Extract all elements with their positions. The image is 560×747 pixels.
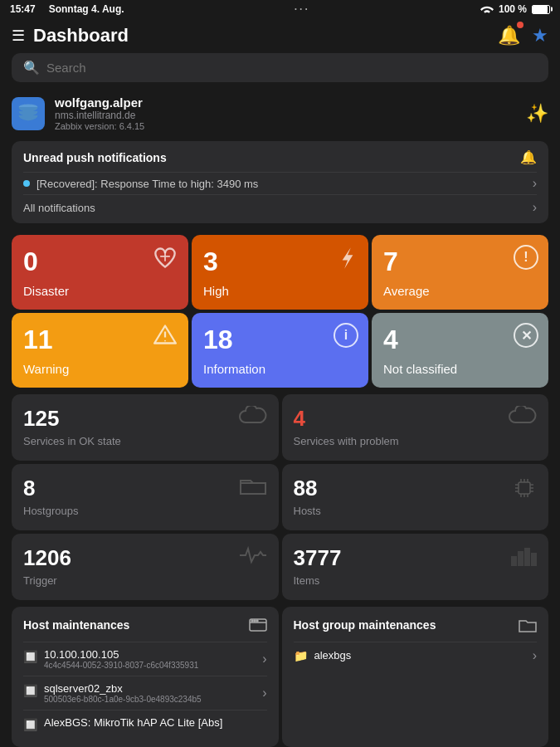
maintenance-grid: Host maintenances 🔲 10.100.100.105 4c4c4… (0, 603, 560, 747)
problem-services-label: Services with problem (294, 435, 399, 447)
trigger-label: Trigger (23, 574, 71, 587)
svg-rect-6 (519, 482, 530, 494)
host-chip-icon-0: 🔲 (23, 650, 37, 663)
host-id-0: 4c4c4544-0052-3910-8037-c6c04f335931 (44, 661, 198, 670)
star-button[interactable]: ★ (532, 25, 548, 46)
svg-rect-19 (512, 557, 516, 565)
search-input[interactable] (46, 61, 537, 75)
host-item-chevron-1: › (262, 686, 266, 701)
all-notifications-label: All notifications (23, 202, 95, 214)
hostgroups-count: 8 (23, 476, 78, 501)
svg-rect-21 (525, 549, 529, 565)
svg-point-4 (164, 340, 166, 342)
all-notif-chevron-icon: › (533, 200, 537, 215)
bell-badge (517, 22, 523, 28)
menu-icon[interactable]: ☰ (12, 27, 25, 45)
tile-average[interactable]: 7 Average ! (372, 235, 548, 310)
alert-tiles-grid: 0 Disaster 3 High 7 Average ! 11 Warning (0, 232, 560, 391)
time: 15:47 (10, 3, 36, 15)
host-maintenances-title: Host maintenances (23, 618, 129, 632)
bell-button[interactable]: 🔔 (498, 25, 520, 46)
wifi-status-icon (480, 4, 494, 14)
cloud-icon-ok (239, 406, 267, 431)
high-label: High (203, 284, 357, 298)
hosts-label: Hosts (294, 505, 321, 517)
chevron-right-icon: › (533, 176, 537, 191)
battery-level: 100 % (499, 3, 527, 15)
hostgroup-maintenances-card: Host group maintenances 📁 alexbgs › (282, 607, 549, 747)
date: Sonntag 4. Aug. (49, 3, 124, 15)
tile-disaster[interactable]: 0 Disaster (12, 235, 188, 310)
info-icon: i (334, 323, 358, 348)
stat-problem-services[interactable]: 4 Services with problem (282, 394, 549, 461)
username: wolfgang.alper (55, 95, 144, 110)
all-notifications-link[interactable]: All notifications › (23, 194, 537, 215)
group-folder-icon-0: 📁 (294, 649, 308, 662)
trigger-count: 1206 (23, 545, 71, 571)
maintenance-host-item-0[interactable]: 🔲 10.100.100.105 4c4c4544-0052-3910-8037… (23, 642, 267, 676)
stat-ok-services[interactable]: 125 Services in OK state (12, 394, 279, 461)
cloud-icon-problem (509, 406, 537, 431)
folder-icon (239, 476, 267, 501)
hosts-count: 88 (294, 476, 321, 501)
magic-wand-icon[interactable]: ✨ (526, 103, 548, 124)
not-classified-label: Not classified (383, 362, 537, 376)
stats-grid: 125 Services in OK state 4 Services with… (0, 391, 560, 603)
svg-point-26 (254, 620, 256, 622)
stat-trigger[interactable]: 1206 Trigger (12, 534, 279, 600)
bar-chart-icon (510, 545, 537, 572)
search-bar[interactable]: 🔍 (12, 53, 548, 82)
bolt-icon (338, 247, 357, 276)
stat-hostgroups[interactable]: 8 Hostgroups (12, 464, 279, 530)
app-header: ☰ Dashboard 🔔 ★ (0, 18, 560, 53)
search-icon: 🔍 (23, 60, 40, 76)
maintenance-host-item-2[interactable]: 🔲 AlexBGS: MikroTik hAP AC Lite [Abs] (23, 710, 267, 737)
svg-rect-20 (519, 552, 523, 565)
group-name-0: alexbgs (314, 649, 352, 662)
tile-warning[interactable]: 11 Warning (12, 313, 188, 388)
stat-hosts[interactable]: 88 Hosts (282, 464, 549, 530)
tile-high[interactable]: 3 High (192, 235, 368, 310)
heart-icon (153, 247, 177, 274)
information-label: Information (203, 362, 357, 376)
items-count: 3777 (294, 545, 342, 571)
dots-menu: ··· (295, 3, 310, 15)
notification-text: [Recovered]: Response Time to high: 3490… (37, 178, 258, 190)
tile-information[interactable]: 18 Information i (192, 313, 368, 388)
average-label: Average (383, 284, 537, 298)
maintenance-group-item-0[interactable]: 📁 alexbgs › (294, 642, 538, 669)
maintenance-host-icon (249, 617, 267, 633)
x-icon: ✕ (514, 323, 538, 348)
maintenance-host-item-1[interactable]: 🔲 sqlserver02_zbx 500503e6-b80c-1a0e-9cb… (23, 676, 267, 710)
host-chip-icon-1: 🔲 (23, 684, 37, 697)
tile-not-classified[interactable]: 4 Not classified ✕ (372, 313, 548, 388)
notifications-title: Unread push notifications (23, 151, 167, 164)
stat-items[interactable]: 3777 Items (282, 534, 549, 600)
user-avatar (12, 97, 45, 130)
warning-triangle-icon (153, 325, 177, 350)
items-label: Items (294, 574, 342, 587)
ok-services-label: Services in OK state (23, 435, 121, 447)
group-item-chevron-0: › (533, 648, 537, 663)
page-title: Dashboard (33, 25, 129, 46)
pulse-icon (239, 545, 267, 569)
svg-marker-1 (343, 247, 353, 268)
notifications-bell-icon: 🔔 (520, 149, 537, 165)
disaster-label: Disaster (23, 284, 177, 298)
hostgroup-maintenances-title: Host group maintenances (294, 618, 436, 632)
host-maintenances-card: Host maintenances 🔲 10.100.100.105 4c4c4… (12, 607, 279, 747)
user-section: wolfgang.alper nms.intellitrand.de Zabbi… (0, 89, 560, 138)
problem-services-count: 4 (294, 406, 399, 432)
host-chip-icon-2: 🔲 (23, 718, 37, 731)
notifications-panel: Unread push notifications 🔔 [Recovered]:… (12, 141, 548, 223)
server-name: nms.intellitrand.de (55, 110, 144, 121)
svg-point-25 (251, 620, 253, 622)
chip-icon (512, 476, 537, 505)
warning-label: Warning (23, 362, 177, 376)
host-name-0: 10.100.100.105 (44, 648, 198, 661)
battery-icon (532, 5, 550, 14)
status-bar: 15:47 Sonntag 4. Aug. ··· 100 % (0, 0, 560, 18)
hostgroups-label: Hostgroups (23, 505, 78, 517)
high-count: 3 (203, 247, 357, 277)
notification-item[interactable]: [Recovered]: Response Time to high: 3490… (23, 172, 537, 194)
